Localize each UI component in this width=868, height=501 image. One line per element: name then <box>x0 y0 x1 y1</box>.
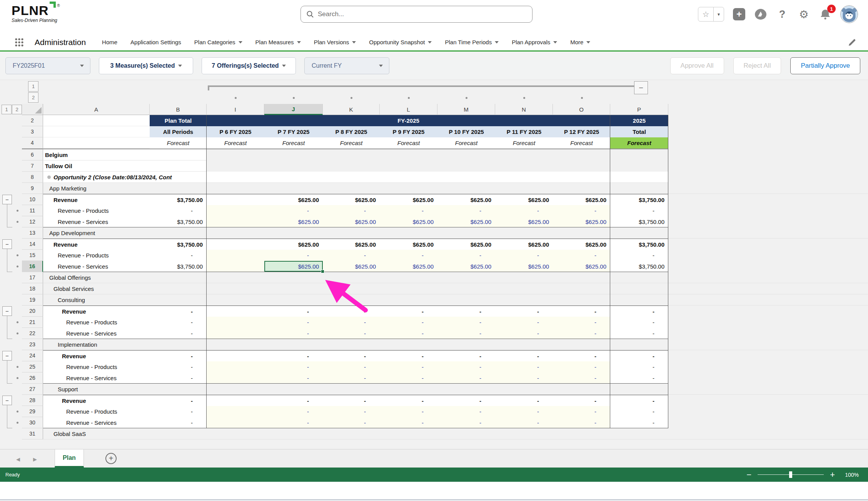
cell-P16[interactable]: $3,750.00 <box>610 261 668 272</box>
section-row-label[interactable]: Global Offerings <box>43 272 868 283</box>
cell-O30[interactable]: - <box>553 417 610 428</box>
row-header-19[interactable]: 19 <box>22 294 43 306</box>
cell-A20[interactable]: Revenue <box>43 306 150 317</box>
zoom-slider[interactable] <box>758 474 824 475</box>
cell-K16[interactable]: $625.00 <box>323 261 380 272</box>
cell-L11[interactable]: - <box>380 205 437 216</box>
cell-P24[interactable]: - <box>610 351 668 361</box>
cell-forecast-L[interactable]: Forecast <box>380 137 437 149</box>
cell-B22[interactable]: - <box>150 328 207 339</box>
cell-M26[interactable]: - <box>437 372 495 383</box>
nav-tab-opportunity-snapshot[interactable]: Opportunity Snapshot <box>369 39 432 45</box>
cell-period-I[interactable]: P 6 FY 2025 <box>207 126 264 137</box>
cell-plan-total[interactable]: Plan Total <box>150 115 207 126</box>
cell-P29[interactable]: - <box>610 406 668 417</box>
cell-N29[interactable]: - <box>495 406 553 417</box>
section-row-label[interactable]: Support <box>43 384 868 395</box>
cell-K29[interactable]: - <box>323 406 380 417</box>
reject-all-button[interactable]: Reject All <box>733 57 781 74</box>
cell-N30[interactable]: - <box>495 417 553 428</box>
filter-dropdown-1[interactable]: FY2025F01 <box>5 57 90 74</box>
cell-B30[interactable]: - <box>150 417 207 428</box>
nav-tab-plan-versions[interactable]: Plan Versions <box>314 39 356 45</box>
row-header-21[interactable]: 21 <box>22 317 43 328</box>
cell-A26[interactable]: Revenue - Services <box>43 372 150 383</box>
row-header-14[interactable]: 14 <box>22 239 43 250</box>
zoom-slider-thumb[interactable] <box>789 471 792 478</box>
cell-J20[interactable]: - <box>264 306 323 317</box>
cell-period-N[interactable]: P 11 FY 2025 <box>495 126 553 137</box>
section-row-label[interactable]: App Marketing <box>43 183 868 194</box>
cell-I10[interactable] <box>207 194 264 205</box>
favorites-button[interactable]: ☆ ▼ <box>698 7 724 22</box>
nav-tab-plan-categories[interactable]: Plan Categories <box>194 39 242 45</box>
row-header-3[interactable]: 3 <box>22 126 43 137</box>
previous-sheet-arrow-icon[interactable]: ◀ <box>16 456 20 462</box>
nav-tab-home[interactable]: Home <box>102 39 117 45</box>
cell-M30[interactable]: - <box>437 417 495 428</box>
cell-N24[interactable]: - <box>495 351 553 361</box>
cell-J29[interactable]: - <box>264 406 323 417</box>
row-outline-level-2-button[interactable]: 2 <box>12 105 22 114</box>
cell-P15[interactable]: - <box>610 250 668 261</box>
cell-L12[interactable]: $625.00 <box>380 216 437 227</box>
search-input[interactable] <box>318 10 527 18</box>
cell-A11[interactable]: Revenue - Products <box>43 205 150 216</box>
row-outline-level-1-button[interactable]: 1 <box>2 105 12 114</box>
cell-fy-group[interactable]: FY-2025 <box>207 115 610 126</box>
cell-P22[interactable]: - <box>610 328 668 339</box>
row-header-9[interactable]: 9 <box>22 183 43 194</box>
row-header-22[interactable]: 22 <box>22 328 43 339</box>
cell-I11[interactable] <box>207 205 264 216</box>
collapse-row-group-button[interactable]: − <box>2 239 12 249</box>
nav-tab-application-settings[interactable]: Application Settings <box>130 39 181 45</box>
cell-I16[interactable] <box>207 261 264 272</box>
cell-K25[interactable]: - <box>323 361 380 372</box>
cell-A21[interactable]: Revenue - Products <box>43 317 150 328</box>
row-header-18[interactable]: 18 <box>22 283 43 294</box>
row-header-4[interactable]: 4 <box>22 137 43 149</box>
cell-I22[interactable] <box>207 328 264 339</box>
row-header-13[interactable]: 13 <box>22 227 43 239</box>
cell-P12[interactable]: $3,750.00 <box>610 216 668 227</box>
cell-year-2025[interactable]: 2025 <box>610 115 668 126</box>
column-header-J[interactable]: J <box>264 104 323 115</box>
cell-J25[interactable]: - <box>264 361 323 372</box>
cell-L15[interactable]: - <box>380 250 437 261</box>
cell-L14[interactable]: $625.00 <box>380 239 437 250</box>
cell-O14[interactable]: $625.00 <box>553 239 610 250</box>
nav-tab-plan-approvals[interactable]: Plan Approvals <box>512 39 557 45</box>
row-header-25[interactable]: 25 <box>22 361 43 372</box>
cell-K22[interactable]: - <box>323 328 380 339</box>
cell-period-M[interactable]: P 10 FY 2025 <box>437 126 495 137</box>
cell-N22[interactable]: - <box>495 328 553 339</box>
approve-all-button[interactable]: Approve All <box>670 57 724 74</box>
group-row-label[interactable]: Tullow Oil <box>43 160 207 172</box>
opportunity-row-label[interactable]: Opportunity 2 (Close Date:08/13/2024, Co… <box>43 172 668 183</box>
cell-L21[interactable]: - <box>380 317 437 328</box>
cell-L28[interactable]: - <box>380 395 437 406</box>
add-sheet-button[interactable]: + <box>105 453 117 464</box>
cell-P30[interactable]: - <box>610 417 668 428</box>
cell-A15[interactable]: Revenue - Products <box>43 250 150 261</box>
cell-L20[interactable]: - <box>380 306 437 317</box>
column-header-L[interactable]: L <box>380 104 437 115</box>
cell-M11[interactable]: - <box>437 205 495 216</box>
cell-O20[interactable]: - <box>553 306 610 317</box>
cell-B24[interactable]: - <box>150 351 207 361</box>
row-header-20[interactable]: 20 <box>22 306 43 317</box>
cell-J14[interactable]: $625.00 <box>264 239 323 250</box>
nav-tab-plan-time-periods[interactable]: Plan Time Periods <box>445 39 499 45</box>
cell-forecast-I[interactable]: Forecast <box>207 137 264 149</box>
collapse-row-group-button[interactable]: − <box>2 396 12 405</box>
partially-approve-button[interactable]: Partially Approve <box>790 57 860 74</box>
column-header-M[interactable]: M <box>437 104 495 115</box>
section-row-label[interactable]: Consulting <box>43 294 868 306</box>
app-launcher-waffle-icon[interactable] <box>15 38 24 47</box>
notifications-button[interactable]: 1 <box>819 8 832 21</box>
cell-J22[interactable]: - <box>264 328 323 339</box>
cell-A14[interactable]: Revenue <box>43 239 150 250</box>
cell-A29[interactable]: Revenue - Products <box>43 406 150 417</box>
cell-all-periods[interactable]: All Periods <box>150 126 207 137</box>
column-header-A[interactable]: A <box>43 104 150 115</box>
